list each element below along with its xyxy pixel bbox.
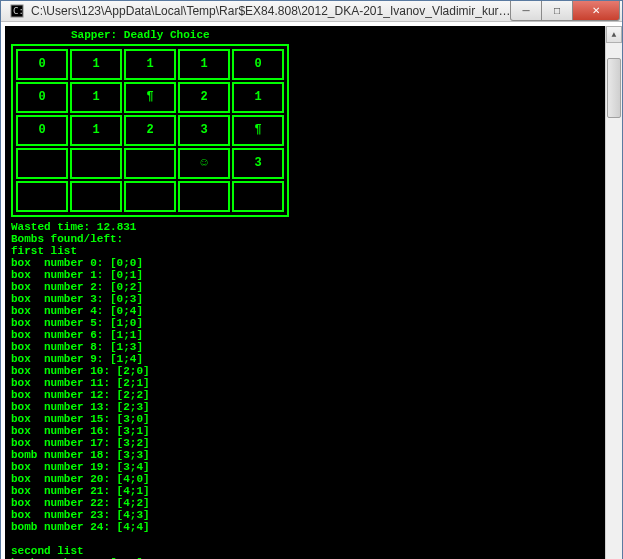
grid-cell[interactable]: 0	[232, 49, 284, 80]
scroll-thumb[interactable]	[607, 58, 621, 118]
first-list: box number 0: [0;0]box number 1: [0;1]bo…	[11, 257, 605, 533]
grid-cell[interactable]: 1	[232, 82, 284, 113]
list-item: box number 1: [0;1]	[11, 269, 605, 281]
grid-cell[interactable]: 1	[178, 49, 230, 80]
blank-line	[11, 533, 605, 545]
wasted-time: Wasted time: 12.831	[11, 221, 605, 233]
grid-cell[interactable]	[16, 148, 68, 179]
list-item: box number 11: [2;1]	[11, 377, 605, 389]
grid-cell[interactable]: 3	[232, 148, 284, 179]
app-icon: C:	[9, 3, 25, 19]
list-item: box number 22: [4;2]	[11, 497, 605, 509]
grid-cell[interactable]: ¶	[232, 115, 284, 146]
grid-cell[interactable]: 1	[124, 49, 176, 80]
grid-cell[interactable]: 1	[70, 82, 122, 113]
grid-cell[interactable]: ¶	[124, 82, 176, 113]
grid-cell[interactable]: 2	[124, 115, 176, 146]
list-item: box number 19: [3;4]	[11, 461, 605, 473]
grid-row: 0123¶	[15, 114, 285, 147]
list-item: box number 9: [1;4]	[11, 353, 605, 365]
grid-row: ☺3	[15, 147, 285, 180]
scroll-up-button[interactable]: ▲	[606, 26, 622, 43]
grid-cell[interactable]: ☺	[178, 148, 230, 179]
window-title: C:\Users\123\AppData\Local\Temp\Rar$EX84…	[31, 4, 511, 18]
list-item: box number 13: [2;3]	[11, 401, 605, 413]
list-item: box number 2: [0;2]	[11, 281, 605, 293]
list-item: box number 8: [1;3]	[11, 341, 605, 353]
grid-cell[interactable]: 2	[178, 82, 230, 113]
scroll-track[interactable]	[606, 43, 622, 559]
grid-cell[interactable]	[178, 181, 230, 212]
game-title: Sapper: Deadly Choice	[11, 30, 605, 41]
list-item: box number 12: [2;2]	[11, 389, 605, 401]
list-item: box number 16: [3;1]	[11, 425, 605, 437]
list-item: box number 5: [1;0]	[11, 317, 605, 329]
client-area: Sapper: Deadly Choice 0111001¶210123¶☺3 …	[1, 22, 622, 559]
list-item: box number 3: [0;3]	[11, 293, 605, 305]
grid-cell[interactable]	[124, 181, 176, 212]
svg-text:C:: C:	[13, 6, 24, 16]
list-item: box number 10: [2;0]	[11, 365, 605, 377]
list-item: box number 17: [3;2]	[11, 437, 605, 449]
maximize-button[interactable]: □	[541, 1, 573, 21]
grid-cell[interactable]: 1	[70, 49, 122, 80]
list-item: box number 21: [4;1]	[11, 485, 605, 497]
minimize-button[interactable]: ─	[510, 1, 542, 21]
second-list-header: second list	[11, 545, 605, 557]
grid-cell[interactable]: 1	[70, 115, 122, 146]
titlebar[interactable]: C: C:\Users\123\AppData\Local\Temp\Rar$E…	[1, 1, 622, 22]
game-grid: 0111001¶210123¶☺3	[11, 44, 289, 217]
list-item: bomb number 24: [4;4]	[11, 521, 605, 533]
list-item: bomb number 18: [3;3]	[11, 449, 605, 461]
list-item: box number 4: [0;4]	[11, 305, 605, 317]
grid-cell[interactable]: 0	[16, 115, 68, 146]
close-button[interactable]: ✕	[572, 1, 620, 21]
vertical-scrollbar[interactable]: ▲ ▼	[605, 26, 622, 559]
grid-cell[interactable]: 3	[178, 115, 230, 146]
grid-cell[interactable]	[70, 181, 122, 212]
grid-row	[15, 180, 285, 213]
grid-cell[interactable]	[16, 181, 68, 212]
grid-row: 01¶21	[15, 81, 285, 114]
grid-row: 01110	[15, 48, 285, 81]
first-list-header: first list	[11, 245, 605, 257]
grid-cell[interactable]: 0	[16, 82, 68, 113]
list-item: box number 6: [1;1]	[11, 329, 605, 341]
list-item: box number 20: [4;0]	[11, 473, 605, 485]
bombs-status: Bombs found/left:	[11, 233, 605, 245]
console-output: Sapper: Deadly Choice 0111001¶210123¶☺3 …	[5, 26, 605, 559]
grid-cell[interactable]	[232, 181, 284, 212]
grid-cell[interactable]: 0	[16, 49, 68, 80]
list-item: box number 23: [4;3]	[11, 509, 605, 521]
window-controls: ─ □ ✕	[511, 1, 622, 21]
list-item: box number 15: [3;0]	[11, 413, 605, 425]
grid-cell[interactable]	[70, 148, 122, 179]
list-item: box number 0: [0;0]	[11, 257, 605, 269]
grid-cell[interactable]	[124, 148, 176, 179]
app-window: C: C:\Users\123\AppData\Local\Temp\Rar$E…	[0, 0, 623, 559]
